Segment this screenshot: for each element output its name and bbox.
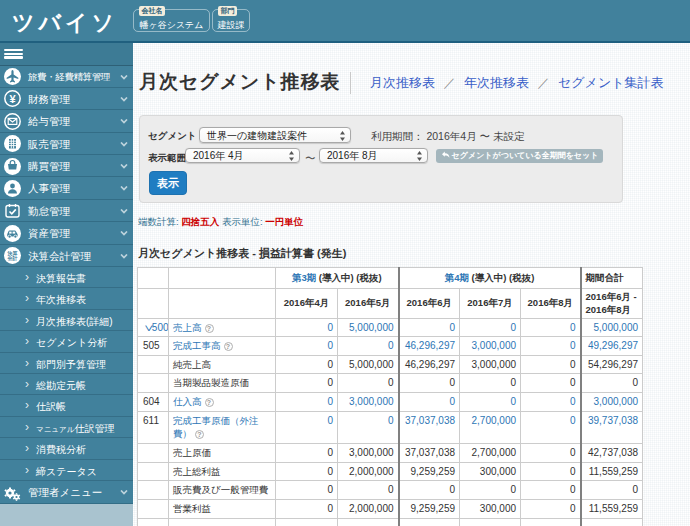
svg-text:¥: ¥: [9, 93, 16, 105]
svg-text:会計: 会計: [7, 255, 18, 262]
